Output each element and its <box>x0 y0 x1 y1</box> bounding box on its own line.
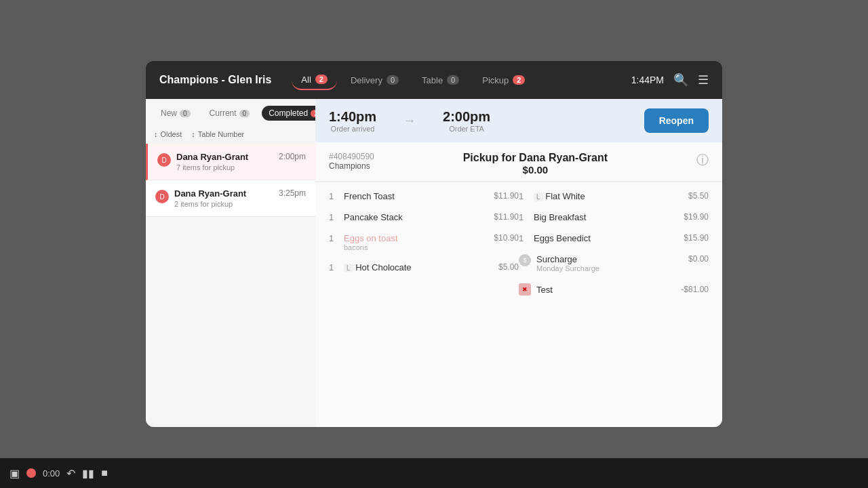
order-info: Dana Ryan-Grant 7 items for pickup <box>176 152 273 171</box>
order-item[interactable]: D Dana Ryan-Grant 2 items for pickup 3:2… <box>146 180 315 217</box>
menu-item: 1 L Flat White $5.50 <box>519 191 709 201</box>
menu-item: 1 L Hot Cholocate $5.00 <box>329 262 519 272</box>
menu-icon[interactable]: ☰ <box>698 73 709 87</box>
record-indicator <box>26 468 36 478</box>
pause-icon[interactable]: ▮▮ <box>82 467 94 480</box>
filter-new[interactable]: New 0 <box>154 106 197 121</box>
order-title-center: Pickup for Dana Ryan-Grant $0.00 <box>374 152 696 176</box>
menu-item: 1 Eggs on toast bacons $10.90 <box>329 233 519 251</box>
brand-name: Champions - Glen Iris <box>159 74 271 86</box>
order-times: 1:40pm Order arrived → 2:00pm Order ETA <box>329 109 490 133</box>
time-arrow: → <box>403 109 416 133</box>
sort-table-number[interactable]: ↕ Table Number <box>191 130 244 138</box>
surcharge-info: Surcharge Monday Surcharge <box>536 254 683 272</box>
playback-time: 0:00 <box>43 468 60 479</box>
order-info: Dana Ryan-Grant 2 items for pickup <box>174 188 273 208</box>
info-icon[interactable]: ⓘ <box>696 152 709 168</box>
order-header: 1:40pm Order arrived → 2:00pm Order ETA … <box>315 99 722 142</box>
reopen-button[interactable]: Reopen <box>644 108 709 133</box>
items-col-right: 1 L Flat White $5.50 1 Big Breakfast <box>519 191 709 418</box>
top-nav: Champions - Glen Iris All 2 Delivery 0 T… <box>146 61 722 99</box>
order-id-block: #408490590 Champions <box>329 152 374 171</box>
menu-item: 1 Eggs Benedict $15.90 <box>519 233 709 243</box>
nav-right: 1:44PM 🔍 ☰ <box>631 73 709 87</box>
surcharge-row: $ Surcharge Monday Surcharge $0.00 <box>519 254 709 272</box>
stop-icon[interactable]: ■ <box>101 467 108 479</box>
order-icon: D <box>155 190 169 203</box>
eta-time-block: 2:00pm Order ETA <box>443 109 490 133</box>
right-panel: 1:40pm Order arrived → 2:00pm Order ETA … <box>315 99 722 427</box>
filter-tabs: New 0 Current 0 Completed 2 <box>146 99 315 127</box>
menu-item: 1 Big Breakfast $19.90 <box>519 212 709 222</box>
sort-oldest[interactable]: ↕ Oldest <box>154 130 182 138</box>
search-icon[interactable]: 🔍 <box>673 73 688 87</box>
nav-tab-delivery[interactable]: Delivery 0 <box>341 70 408 90</box>
menu-item: 1 French Toast $11.90 <box>329 191 519 201</box>
test-icon: ✖ <box>519 283 531 296</box>
nav-tab-table[interactable]: Table 0 <box>412 70 469 90</box>
nav-tab-pickup[interactable]: Pickup 2 <box>473 70 534 90</box>
sort-bar: ↕ Oldest ↕ Table Number <box>146 127 315 144</box>
nav-tabs: All 2 Delivery 0 Table 0 Pickup 2 <box>292 70 631 90</box>
main-content: New 0 Current 0 Completed 2 ↕ Oldest <box>146 99 722 427</box>
nav-tab-all[interactable]: All 2 <box>292 70 337 90</box>
rewind-icon[interactable]: ↶ <box>66 467 75 480</box>
items-grid: 1 French Toast $11.90 1 Pancake Stack $1… <box>315 182 722 427</box>
orders-list: D Dana Ryan-Grant 7 items for pickup 2:0… <box>146 144 315 427</box>
order-detail-header: #408490590 Champions Pickup for Dana Rya… <box>315 142 722 182</box>
test-row: ✖ Test -$81.00 <box>519 283 709 296</box>
order-icon: D <box>157 153 171 167</box>
bottom-bar: ▣ 0:00 ↶ ▮▮ ■ <box>0 458 868 488</box>
surcharge-icon: $ <box>519 254 531 266</box>
left-panel: New 0 Current 0 Completed 2 ↕ Oldest <box>146 99 315 427</box>
items-col-left: 1 French Toast $11.90 1 Pancake Stack $1… <box>329 191 519 418</box>
arrived-time-block: 1:40pm Order arrived <box>329 109 376 133</box>
menu-item: 1 Pancake Stack $11.90 <box>329 212 519 222</box>
order-title-row: #408490590 Champions Pickup for Dana Rya… <box>329 152 709 176</box>
order-item[interactable]: D Dana Ryan-Grant 7 items for pickup 2:0… <box>146 144 315 180</box>
filter-current[interactable]: Current 0 <box>203 106 257 121</box>
current-time: 1:44PM <box>631 75 664 85</box>
camera-icon[interactable]: ▣ <box>9 467 20 480</box>
